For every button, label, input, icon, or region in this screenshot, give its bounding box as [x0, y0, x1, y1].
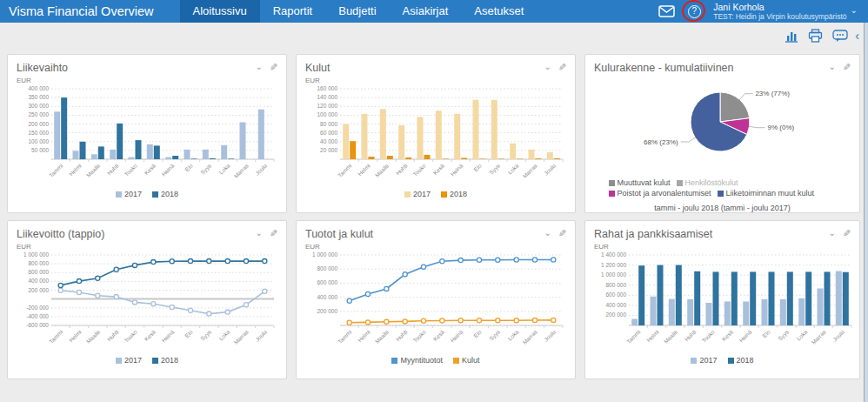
axis-unit-label: EUR [594, 243, 851, 251]
main-nav: Aloitussivu Raportit Budjetti Asiakirjat… [180, 0, 537, 23]
svg-text:Syys: Syys [488, 162, 502, 176]
nav-item-asiakirjat[interactable]: Asiakirjat [390, 0, 462, 23]
legend-item[interactable]: 2017 [691, 356, 717, 365]
svg-text:100 000: 100 000 [29, 138, 50, 144]
nav-item-asetukset[interactable]: Asetukset [461, 0, 537, 23]
legend-item[interactable]: Poistot ja arvonalentumiset [609, 189, 711, 198]
svg-text:Huhti: Huhti [395, 163, 409, 177]
svg-text:150 000: 150 000 [29, 130, 50, 136]
legend-item[interactable]: 2018 [152, 190, 178, 199]
edit-icon[interactable]: ✎ [843, 228, 851, 238]
chevron-down-icon[interactable]: ⌄ [544, 228, 551, 238]
svg-text:1 200 000: 1 200 000 [601, 262, 626, 268]
svg-text:Maalis: Maalis [374, 328, 391, 345]
legend-item[interactable]: Liiketoiminnan muut kulut [718, 189, 815, 198]
svg-text:Tammi: Tammi [337, 329, 352, 345]
kulurakenne-pie-chart[interactable]: 23% (77%)9% (0%)68% (23%) [594, 74, 851, 177]
svg-text:20 000: 20 000 [320, 147, 337, 153]
svg-text:Touko: Touko [123, 328, 137, 343]
svg-text:1 000 000: 1 000 000 [312, 251, 337, 258]
chevron-down-icon[interactable]: ⌄ [255, 228, 262, 238]
svg-text:800 000: 800 000 [317, 265, 338, 271]
tuotot-ja-kulut-chart[interactable]: 200 000400 000600 000800 0001 000 000Tam… [305, 251, 566, 355]
kulut-chart[interactable]: 20 00040 00060 00080 000100 000120 00014… [305, 84, 566, 189]
legend-item[interactable]: 2018 [152, 356, 178, 365]
printer-icon[interactable] [808, 29, 823, 43]
svg-text:80 000: 80 000 [320, 121, 337, 127]
svg-text:Joulu: Joulu [254, 328, 268, 342]
user-environment: TEST: Heidin ja Virpin koulutusympäristö [713, 12, 846, 21]
svg-text:200 000: 200 000 [29, 287, 50, 293]
legend-item[interactable]: Kulut [453, 356, 480, 365]
legend-item[interactable]: 2017 [116, 356, 142, 365]
mail-icon[interactable] [658, 5, 675, 17]
svg-text:-600 000: -600 000 [26, 322, 49, 328]
svg-text:Heinä: Heinä [449, 328, 464, 343]
svg-text:Marras: Marras [521, 328, 538, 345]
chart-legend: 20172018 [17, 190, 277, 199]
chevron-down-icon[interactable]: ⌄ [544, 62, 551, 72]
svg-text:400 000: 400 000 [29, 278, 50, 284]
edit-icon[interactable]: ✎ [558, 62, 566, 72]
liikevoitto-chart[interactable]: -600 000-400 000-200 000200 000400 00060… [17, 251, 277, 355]
svg-text:Kesä: Kesä [721, 328, 735, 342]
legend-item[interactable]: 2017 [404, 190, 431, 199]
legend-item[interactable]: Muuttuvat kulut [609, 178, 671, 188]
card-title: Kulut [305, 62, 544, 74]
collapse-panel-icon[interactable]: ‹ [855, 30, 859, 42]
user-menu[interactable]: Jani Korhola TEST: Heidin ja Virpin koul… [713, 2, 858, 21]
chevron-down-icon[interactable]: ⌄ [828, 62, 835, 72]
card-title: Tuotot ja kulut [305, 228, 544, 240]
svg-text:Loka: Loka [506, 328, 519, 341]
chevron-down-icon[interactable]: ⌄ [255, 62, 262, 72]
collapsed-side-panel [864, 23, 868, 402]
chat-icon[interactable] [832, 30, 848, 43]
svg-text:Elo: Elo [761, 328, 771, 338]
help-icon[interactable]: ? [688, 5, 701, 18]
svg-text:120 000: 120 000 [317, 103, 338, 109]
svg-text:Joulu: Joulu [831, 328, 845, 342]
svg-text:Syys: Syys [488, 328, 502, 342]
svg-text:Marras: Marras [232, 162, 250, 179]
svg-text:800 000: 800 000 [606, 282, 627, 288]
svg-text:Elo: Elo [184, 162, 194, 172]
card-title: Liikevaihto [17, 62, 255, 74]
svg-text:Joulu: Joulu [543, 328, 557, 342]
edit-icon[interactable]: ✎ [270, 62, 277, 72]
legend-item[interactable]: 2018 [441, 190, 467, 199]
svg-text:600 000: 600 000 [317, 279, 338, 285]
svg-text:Huhti: Huhti [106, 163, 120, 177]
nav-item-raportit[interactable]: Raportit [260, 0, 326, 23]
svg-text:Touko: Touko [700, 328, 715, 343]
card-kulurakenne: Kulurakenne - kumulatiivinen ⌄ ✎ 23% (77… [584, 54, 860, 213]
chevron-down-icon[interactable]: ⌄ [828, 228, 835, 238]
legend-item[interactable]: 2017 [116, 190, 142, 199]
edit-icon[interactable]: ✎ [270, 228, 277, 238]
chart-legend: MyyntituototKulut [305, 356, 566, 365]
bar-chart-icon[interactable] [785, 30, 798, 43]
card-title: Rahat ja pankkisaamiset [594, 228, 828, 240]
edit-icon[interactable]: ✎ [843, 62, 851, 72]
nav-item-aloitussivu[interactable]: Aloitussivu [180, 0, 260, 23]
svg-text:Touko: Touko [411, 328, 426, 343]
nav-item-budjetti[interactable]: Budjetti [325, 0, 389, 23]
legend-item[interactable]: Henkilöstökulut [677, 178, 738, 188]
dashboard-grid: Liikevaihto ⌄ ✎ EUR 50 000100 000150 000… [0, 49, 868, 379]
svg-text:Tammi: Tammi [337, 163, 352, 178]
svg-text:Helmi: Helmi [68, 329, 83, 344]
card-title: Liikevoitto (tappio) [17, 228, 255, 240]
legend-item[interactable]: Myyntituotot [391, 356, 443, 365]
chevron-down-icon[interactable]: ⌄ [851, 5, 858, 15]
edit-icon[interactable]: ✎ [558, 228, 566, 238]
svg-text:100 000: 100 000 [317, 111, 338, 117]
legend-item[interactable]: 2018 [728, 356, 754, 365]
liikevaihto-chart[interactable]: 50 000100 000150 000200 000250 000300 00… [17, 84, 277, 189]
axis-unit-label: EUR [17, 243, 277, 251]
svg-text:Heinä: Heinä [160, 328, 175, 343]
svg-text:50 000: 50 000 [31, 147, 49, 153]
rahat-chart[interactable]: 200 000400 000600 000800 0001 000 0001 2… [594, 251, 851, 355]
svg-text:Kesä: Kesä [432, 162, 446, 176]
svg-text:Elo: Elo [184, 328, 194, 338]
svg-text:Helmi: Helmi [357, 329, 371, 344]
app-title: Visma Financial Overview [0, 0, 180, 23]
